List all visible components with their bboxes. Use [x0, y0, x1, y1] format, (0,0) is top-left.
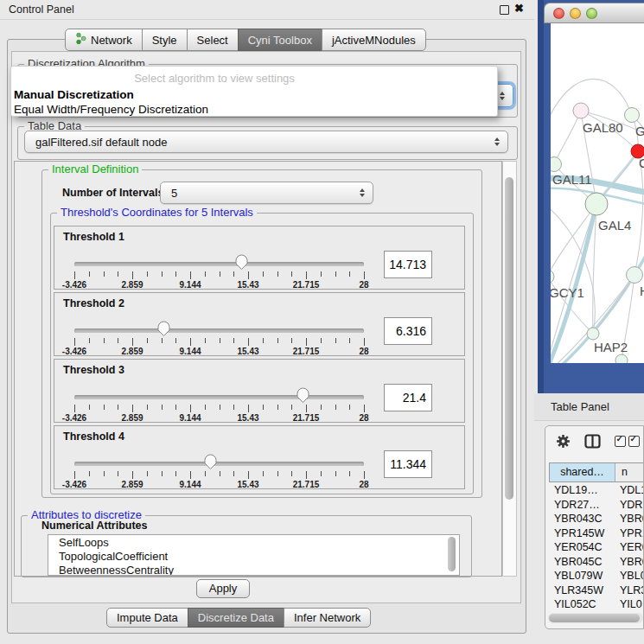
- slider-track[interactable]: [74, 395, 364, 399]
- list-item-selfloops[interactable]: SelfLoops: [48, 535, 459, 549]
- cell-name: YDR2: [620, 499, 644, 511]
- popup-item-manual-discretization[interactable]: Manual Discretization: [14, 87, 494, 102]
- slider-scale-label: 2.859: [121, 280, 143, 290]
- select-columns-button[interactable]: [615, 436, 626, 450]
- table-row[interactable]: YIL052CYIL0: [549, 597, 643, 609]
- list-item-betweennesscentrality[interactable]: BetweennessCentrality: [48, 563, 459, 576]
- slider-handle[interactable]: [204, 454, 217, 470]
- table-row[interactable]: YDR27…YDR2: [549, 498, 643, 513]
- slider-scale-label: 28: [359, 280, 368, 290]
- slider-track[interactable]: [74, 262, 364, 266]
- table-row[interactable]: YBL079WYBL0: [549, 569, 643, 583]
- network-node-gal11[interactable]: [551, 157, 562, 172]
- slider-tick: [364, 271, 365, 279]
- table-settings-button[interactable]: [556, 434, 571, 451]
- table-row[interactable]: YBR045CYBR0: [549, 555, 643, 570]
- table-row[interactable]: YDL19…YDL1: [549, 483, 643, 498]
- slider-tick: [162, 338, 163, 343]
- apply-button[interactable]: Apply: [196, 579, 250, 598]
- table-panel: shared…n YDL19…YDL1YDR27…YDR2YBR043CYBR0…: [545, 425, 644, 629]
- slider-tick: [175, 471, 176, 476]
- cell-name: YPR1: [620, 527, 644, 539]
- table-data-combobox[interactable]: galFiltered.sif default node: [24, 131, 508, 153]
- close-icon[interactable]: ✖: [514, 2, 524, 15]
- slider-tick: [118, 471, 118, 476]
- slider-track[interactable]: [74, 462, 364, 466]
- table-body: YDL19…YDL1YDR27…YDR2YBR043CYBR0YPR145WYP…: [549, 483, 644, 609]
- tab-infer-network[interactable]: Infer Network: [284, 608, 371, 628]
- cell-name: YBL0: [620, 570, 644, 582]
- select-rows-button[interactable]: [628, 436, 640, 450]
- cell-shared-name: YBR043C: [554, 513, 603, 525]
- horizontal-scrollbar[interactable]: [548, 613, 643, 623]
- table-row[interactable]: YPR145WYPR1: [549, 526, 643, 541]
- table-row[interactable]: YER054CYER0: [549, 540, 643, 555]
- slider-tick: [205, 271, 206, 277]
- list-item-topologicalcoefficient[interactable]: TopologicalCoefficient: [48, 549, 459, 563]
- node-label: HAP2: [594, 340, 628, 354]
- control-panel-titlebar: Control Panel ✖: [0, 0, 534, 20]
- slider-tick: [74, 471, 75, 479]
- network-node-ga[interactable]: [625, 108, 640, 123]
- slider-scale-label: 15.43: [237, 480, 258, 489]
- popup-item-equal-width-frequency-discretization[interactable]: Equal Width/Frequency Discretization: [14, 102, 494, 117]
- window-zoom-button[interactable]: [586, 8, 597, 19]
- slider-scale-label: -3.426: [62, 347, 86, 356]
- split-columns-button[interactable]: [584, 434, 601, 451]
- slider-tick: [263, 471, 264, 476]
- cell-shared-name: YLR345W: [554, 584, 603, 596]
- float-window-icon[interactable]: [500, 5, 509, 15]
- slider-tick: [335, 405, 336, 410]
- tab-label: Network: [91, 34, 132, 47]
- tab-impute-data[interactable]: Impute Data: [106, 608, 188, 628]
- tab-select[interactable]: Select: [187, 29, 239, 51]
- slider-tick: [306, 338, 307, 346]
- column-header-2[interactable]: n: [616, 463, 644, 481]
- column-header-1[interactable]: shared…: [550, 463, 615, 481]
- cell-shared-name: YER054C: [554, 541, 603, 553]
- window-minimize-button[interactable]: [570, 8, 581, 19]
- table-row[interactable]: YLR345WYLR3: [549, 583, 643, 598]
- slider-scale-label: 15.43: [237, 280, 258, 290]
- slider-tick: [364, 471, 365, 479]
- slider-handle[interactable]: [296, 387, 309, 404]
- network-node-gal80[interactable]: [573, 103, 589, 118]
- network-window-titlebar[interactable]: [544, 3, 644, 23]
- network-node-hap2[interactable]: [587, 328, 599, 340]
- num-intervals-label: Number of Intervals: [62, 187, 163, 199]
- tab-jactivemnodules[interactable]: jActiveMNodules: [322, 29, 426, 51]
- window-close-button[interactable]: [553, 8, 564, 19]
- threshold-value-field[interactable]: 6.316: [384, 317, 432, 345]
- slider-tick: [190, 471, 191, 479]
- network-node-h[interactable]: [627, 267, 643, 284]
- network-node-gal4[interactable]: [585, 193, 608, 215]
- slider-tick: [118, 271, 118, 277]
- network-canvas[interactable]: GAL80GACGAL11GAL4GCY1HHAP2: [551, 23, 644, 363]
- network-node-gcy1[interactable]: [551, 270, 554, 284]
- horizontal-scrollbar-thumb[interactable]: [549, 614, 640, 622]
- vertical-scrollbar-thumb[interactable]: [505, 177, 513, 500]
- slider-tick: [306, 405, 307, 412]
- num-intervals-combobox[interactable]: 5: [160, 182, 373, 204]
- network-desktop: GAL80GACGAL11GAL4GCY1HHAP2: [538, 0, 644, 394]
- list-scrollbar-thumb[interactable]: [448, 537, 456, 571]
- table-row[interactable]: YBR043CYBR0: [549, 512, 643, 526]
- slider-tick: [277, 338, 278, 343]
- slider-tick: [248, 271, 249, 279]
- slider-tick: [205, 471, 206, 476]
- slider-handle[interactable]: [157, 321, 170, 337]
- threshold-value-field[interactable]: 14.713: [384, 251, 432, 278]
- slider-track[interactable]: [74, 328, 364, 333]
- tab-cyni-toolbox[interactable]: Cyni Toolbox: [238, 29, 322, 51]
- tab-discretize-data[interactable]: Discretize Data: [188, 608, 284, 628]
- slider-tick: [175, 338, 176, 343]
- slider-handle[interactable]: [235, 254, 248, 271]
- cell-name: YER0: [620, 541, 644, 553]
- tab-network[interactable]: Network: [65, 29, 143, 51]
- network-node[interactable]: [615, 354, 628, 363]
- threshold-value-field[interactable]: 11.344: [384, 450, 432, 478]
- numerical-attributes-list[interactable]: SelfLoopsTopologicalCoefficientBetweenne…: [48, 534, 460, 576]
- tab-style[interactable]: Style: [142, 29, 188, 51]
- threshold-value-field[interactable]: 21.4: [384, 384, 432, 411]
- tab-label: Discretize Data: [198, 611, 274, 624]
